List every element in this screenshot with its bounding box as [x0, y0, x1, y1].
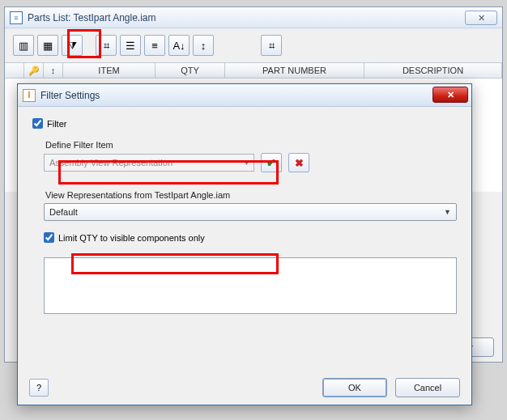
define-filter-label: Define Filter Item [45, 140, 457, 150]
remove-filter-button[interactable]: ✖ [288, 153, 309, 172]
chevron-down-icon: ▼ [444, 208, 451, 216]
key-icon: 🔑 [28, 66, 40, 76]
dialog-button-group: OK Cancel [322, 378, 460, 397]
toolbar-btn-9[interactable]: ⌗ [261, 35, 282, 56]
chevron-down-icon: ▼ [243, 159, 250, 167]
toolbar-btn-7[interactable]: A↓ [168, 35, 190, 56]
list-icon: ☰ [126, 40, 135, 51]
parts-list-toolbar: ▥ ▦ ⧩ ⌗ ☰ ≡ A↓ ↕ ⌗ [5, 28, 502, 62]
apply-filter-button[interactable]: ✔ [261, 153, 282, 172]
define-filter-row: Assembly View Representation ▼ ✔ ✖ [44, 153, 457, 172]
grid2-icon: ▦ [43, 40, 53, 51]
col-item[interactable]: ITEM [63, 63, 156, 78]
filter-dialog-footer: ? OK Cancel [18, 371, 471, 405]
parts-list-titlebar: ≡ Parts List: TestIpart Angle.iam ✕ [5, 7, 502, 28]
toolbar-btn-2[interactable]: ▦ [37, 35, 58, 56]
filter-listbox[interactable] [44, 257, 457, 314]
col-description[interactable]: DESCRIPTION [364, 63, 502, 78]
close-icon: ✕ [447, 90, 454, 100]
col-qty[interactable]: QTY [156, 63, 225, 78]
view-rep-label: View Representations from TestIpart Angl… [45, 190, 457, 200]
toolbar-btn-filter[interactable]: ⧩ [62, 35, 83, 56]
view-rep-select[interactable]: Default ▼ [44, 203, 457, 221]
limit-qty-label: Limit QTY to visible components only [58, 233, 205, 243]
filter-settings-dialog: I Filter Settings ✕ Filter Define Filter… [17, 83, 472, 405]
help-icon: ? [36, 383, 41, 392]
ok-button[interactable]: OK [322, 378, 387, 397]
cancel-button[interactable]: Cancel [395, 378, 460, 397]
parts-list-column-headers: 🔑 ↕ ITEM QTY PART NUMBER DESCRIPTION [5, 62, 502, 78]
col-part-number[interactable]: PART NUMBER [225, 63, 364, 78]
col-blank[interactable] [5, 63, 24, 78]
check-icon: ✔ [266, 156, 276, 169]
limit-qty-row: Limit QTY to visible components only [44, 232, 457, 243]
parts-list-title: Parts List: TestIpart Angle.iam [28, 12, 156, 23]
limit-qty-checkbox[interactable] [44, 232, 54, 243]
grid3-icon: ⌗ [269, 40, 275, 51]
col-sort[interactable]: ↕ [44, 63, 63, 78]
updown-icon: ↕ [201, 40, 207, 51]
filter-enable-label: Filter [47, 119, 66, 129]
filter-dialog-body: Filter Define Filter Item Assembly View … [18, 107, 471, 322]
help-button[interactable]: ? [29, 379, 49, 397]
sort-az-icon: A↓ [173, 40, 185, 51]
toolbar-btn-6[interactable]: ≡ [144, 35, 165, 56]
filter-enable-row: Filter [32, 118, 457, 129]
filter-enable-checkbox[interactable] [32, 118, 43, 129]
toolbar-btn-8[interactable]: ↕ [193, 35, 214, 56]
define-filter-value: Assembly View Representation [49, 158, 173, 168]
filter-title: Filter Settings [40, 90, 100, 101]
view-rep-value: Default [49, 207, 78, 217]
parts-list-app-icon: ≡ [10, 11, 23, 24]
sort-icon: ↕ [51, 66, 56, 75]
toolbar-btn-4[interactable]: ⌗ [96, 35, 117, 56]
define-filter-combo[interactable]: Assembly View Representation ▼ [44, 154, 254, 172]
rows-icon: ≡ [151, 40, 158, 51]
filter-app-icon: I [23, 89, 36, 102]
funnel-icon: ⧩ [68, 40, 77, 51]
toolbar-btn-5[interactable]: ☰ [120, 35, 141, 56]
col-key[interactable]: 🔑 [24, 63, 44, 78]
filter-titlebar: I Filter Settings ✕ [18, 84, 471, 107]
table-icon: ⌗ [104, 40, 109, 51]
toolbar-btn-1[interactable]: ▥ [13, 35, 34, 56]
x-icon: ✖ [295, 157, 304, 169]
parts-list-close-button[interactable]: ✕ [465, 11, 497, 25]
close-icon: ✕ [478, 13, 485, 23]
filter-close-button[interactable]: ✕ [432, 87, 468, 103]
grid-icon: ▥ [19, 40, 28, 51]
